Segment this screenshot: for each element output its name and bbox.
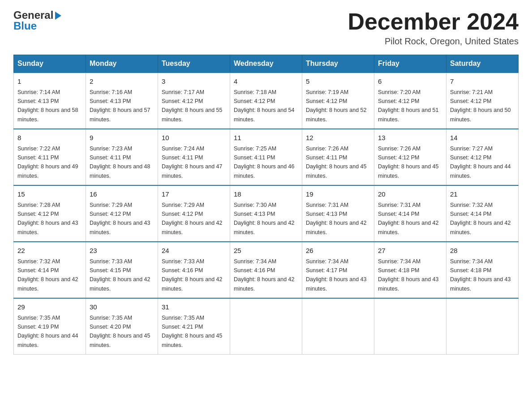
day-info: Sunrise: 7:20 AMSunset: 4:12 PMDaylight:… [378, 89, 439, 123]
title-block: December 2024 Pilot Rock, Oregon, United… [348, 9, 519, 47]
day-number: 27 [378, 246, 442, 256]
calendar-cell: 27Sunrise: 7:34 AMSunset: 4:18 PMDayligh… [374, 242, 446, 298]
day-number: 13 [378, 133, 442, 143]
day-number: 9 [90, 133, 154, 143]
day-number: 5 [306, 77, 370, 87]
calendar-cell: 18Sunrise: 7:30 AMSunset: 4:13 PMDayligh… [230, 185, 302, 242]
day-number: 8 [17, 133, 82, 143]
logo-blue-text: Blue [13, 20, 37, 32]
calendar-cell: 30Sunrise: 7:35 AMSunset: 4:20 PMDayligh… [86, 298, 158, 355]
day-number: 29 [17, 302, 82, 313]
day-number: 11 [234, 133, 298, 143]
day-number: 16 [90, 189, 154, 200]
day-info: Sunrise: 7:29 AMSunset: 4:12 PMDaylight:… [162, 202, 223, 235]
day-info: Sunrise: 7:35 AMSunset: 4:19 PMDaylight:… [17, 315, 78, 348]
day-info: Sunrise: 7:24 AMSunset: 4:11 PMDaylight:… [162, 146, 223, 179]
day-number: 18 [234, 189, 298, 200]
calendar-week-row: 22Sunrise: 7:32 AMSunset: 4:14 PMDayligh… [14, 242, 519, 298]
day-info: Sunrise: 7:32 AMSunset: 4:14 PMDaylight:… [17, 258, 78, 292]
calendar-cell: 24Sunrise: 7:33 AMSunset: 4:16 PMDayligh… [158, 242, 230, 298]
calendar-header-row: SundayMondayTuesdayWednesdayThursdayFrid… [14, 55, 519, 73]
day-number: 20 [378, 189, 442, 200]
calendar-cell: 9Sunrise: 7:23 AMSunset: 4:11 PMDaylight… [86, 129, 158, 185]
page-header: General Blue December 2024 Pilot Rock, O… [13, 9, 519, 47]
calendar-cell: 3Sunrise: 7:17 AMSunset: 4:12 PMDaylight… [158, 73, 230, 129]
header-tuesday: Tuesday [158, 55, 230, 73]
day-number: 17 [162, 189, 226, 200]
day-info: Sunrise: 7:14 AMSunset: 4:13 PMDaylight:… [17, 89, 78, 123]
calendar-week-row: 29Sunrise: 7:35 AMSunset: 4:19 PMDayligh… [14, 298, 519, 355]
calendar-cell: 29Sunrise: 7:35 AMSunset: 4:19 PMDayligh… [14, 298, 86, 355]
calendar-cell: 31Sunrise: 7:35 AMSunset: 4:21 PMDayligh… [158, 298, 230, 355]
day-info: Sunrise: 7:28 AMSunset: 4:12 PMDaylight:… [17, 202, 78, 235]
calendar-cell: 11Sunrise: 7:25 AMSunset: 4:11 PMDayligh… [230, 129, 302, 185]
day-number: 15 [17, 189, 82, 200]
day-info: Sunrise: 7:35 AMSunset: 4:20 PMDaylight:… [90, 315, 150, 348]
calendar-cell: 2Sunrise: 7:16 AMSunset: 4:13 PMDaylight… [86, 73, 158, 129]
calendar-cell [446, 298, 519, 355]
day-info: Sunrise: 7:26 AMSunset: 4:11 PMDaylight:… [306, 146, 367, 179]
day-info: Sunrise: 7:21 AMSunset: 4:12 PMDaylight:… [450, 89, 511, 123]
header-wednesday: Wednesday [230, 55, 302, 73]
calendar-table: SundayMondayTuesdayWednesdayThursdayFrid… [13, 55, 519, 355]
day-info: Sunrise: 7:30 AMSunset: 4:13 PMDaylight:… [234, 202, 295, 235]
calendar-cell: 15Sunrise: 7:28 AMSunset: 4:12 PMDayligh… [14, 185, 86, 242]
day-info: Sunrise: 7:29 AMSunset: 4:12 PMDaylight:… [90, 202, 150, 235]
day-number: 30 [90, 302, 154, 313]
day-info: Sunrise: 7:17 AMSunset: 4:12 PMDaylight:… [162, 89, 223, 123]
logo-arrow-icon [55, 12, 61, 20]
day-info: Sunrise: 7:34 AMSunset: 4:16 PMDaylight:… [234, 258, 295, 292]
day-info: Sunrise: 7:23 AMSunset: 4:11 PMDaylight:… [90, 146, 150, 179]
header-monday: Monday [86, 55, 158, 73]
calendar-cell: 7Sunrise: 7:21 AMSunset: 4:12 PMDaylight… [446, 73, 519, 129]
day-info: Sunrise: 7:26 AMSunset: 4:12 PMDaylight:… [378, 146, 439, 179]
logo: General Blue [13, 9, 61, 32]
day-number: 14 [450, 133, 515, 143]
day-number: 23 [90, 246, 154, 256]
day-number: 6 [378, 77, 442, 87]
calendar-cell: 16Sunrise: 7:29 AMSunset: 4:12 PMDayligh… [86, 185, 158, 242]
calendar-cell: 4Sunrise: 7:18 AMSunset: 4:12 PMDaylight… [230, 73, 302, 129]
day-info: Sunrise: 7:22 AMSunset: 4:11 PMDaylight:… [17, 146, 78, 179]
calendar-cell: 25Sunrise: 7:34 AMSunset: 4:16 PMDayligh… [230, 242, 302, 298]
day-number: 21 [450, 189, 515, 200]
day-info: Sunrise: 7:31 AMSunset: 4:14 PMDaylight:… [378, 202, 439, 235]
header-friday: Friday [374, 55, 446, 73]
day-info: Sunrise: 7:32 AMSunset: 4:14 PMDaylight:… [450, 202, 511, 235]
header-sunday: Sunday [14, 55, 86, 73]
day-number: 1 [17, 77, 82, 87]
day-number: 10 [162, 133, 226, 143]
day-number: 12 [306, 133, 370, 143]
calendar-cell: 8Sunrise: 7:22 AMSunset: 4:11 PMDaylight… [14, 129, 86, 185]
day-info: Sunrise: 7:31 AMSunset: 4:13 PMDaylight:… [306, 202, 367, 235]
day-info: Sunrise: 7:25 AMSunset: 4:11 PMDaylight:… [234, 146, 295, 179]
calendar-week-row: 15Sunrise: 7:28 AMSunset: 4:12 PMDayligh… [14, 185, 519, 242]
day-number: 7 [450, 77, 515, 87]
day-info: Sunrise: 7:34 AMSunset: 4:18 PMDaylight:… [378, 258, 439, 292]
day-info: Sunrise: 7:34 AMSunset: 4:18 PMDaylight:… [450, 258, 511, 292]
location-subtitle: Pilot Rock, Oregon, United States [348, 36, 519, 47]
day-info: Sunrise: 7:34 AMSunset: 4:17 PMDaylight:… [306, 258, 367, 292]
calendar-cell: 19Sunrise: 7:31 AMSunset: 4:13 PMDayligh… [302, 185, 374, 242]
day-number: 31 [162, 302, 226, 313]
day-number: 4 [234, 77, 298, 87]
header-thursday: Thursday [302, 55, 374, 73]
calendar-cell: 20Sunrise: 7:31 AMSunset: 4:14 PMDayligh… [374, 185, 446, 242]
day-info: Sunrise: 7:35 AMSunset: 4:21 PMDaylight:… [162, 315, 223, 348]
day-number: 2 [90, 77, 154, 87]
day-info: Sunrise: 7:16 AMSunset: 4:13 PMDaylight:… [90, 89, 150, 123]
day-number: 19 [306, 189, 370, 200]
calendar-cell: 13Sunrise: 7:26 AMSunset: 4:12 PMDayligh… [374, 129, 446, 185]
day-number: 26 [306, 246, 370, 256]
calendar-cell: 10Sunrise: 7:24 AMSunset: 4:11 PMDayligh… [158, 129, 230, 185]
day-number: 25 [234, 246, 298, 256]
calendar-week-row: 1Sunrise: 7:14 AMSunset: 4:13 PMDaylight… [14, 73, 519, 129]
calendar-cell: 26Sunrise: 7:34 AMSunset: 4:17 PMDayligh… [302, 242, 374, 298]
header-saturday: Saturday [446, 55, 519, 73]
calendar-cell [230, 298, 302, 355]
calendar-cell: 23Sunrise: 7:33 AMSunset: 4:15 PMDayligh… [86, 242, 158, 298]
calendar-cell: 22Sunrise: 7:32 AMSunset: 4:14 PMDayligh… [14, 242, 86, 298]
calendar-cell: 1Sunrise: 7:14 AMSunset: 4:13 PMDaylight… [14, 73, 86, 129]
calendar-cell: 6Sunrise: 7:20 AMSunset: 4:12 PMDaylight… [374, 73, 446, 129]
day-info: Sunrise: 7:19 AMSunset: 4:12 PMDaylight:… [306, 89, 367, 123]
